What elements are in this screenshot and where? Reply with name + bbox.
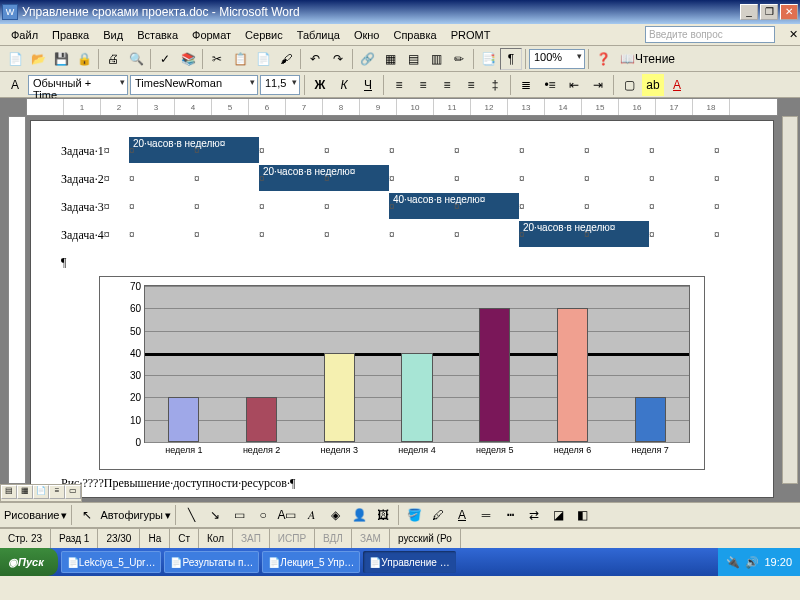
textbox-icon[interactable]: A▭ bbox=[276, 504, 298, 526]
web-view-icon[interactable]: ▦ bbox=[17, 485, 33, 499]
fontsize-combo[interactable]: 11,5 bbox=[260, 75, 300, 95]
status-lang[interactable]: русский (Ро bbox=[390, 529, 461, 548]
close-button[interactable]: ✕ bbox=[780, 4, 798, 20]
bold-icon[interactable]: Ж bbox=[309, 74, 331, 96]
font-combo[interactable]: TimesNewRoman bbox=[130, 75, 258, 95]
menu-edit[interactable]: Правка bbox=[45, 27, 96, 43]
border-icon[interactable]: ▢ bbox=[618, 74, 640, 96]
indent-icon[interactable]: ⇥ bbox=[587, 74, 609, 96]
reading-mode-button[interactable]: 📖 Чтение bbox=[615, 48, 680, 70]
menu-table[interactable]: Таблица bbox=[290, 27, 347, 43]
picture-icon[interactable]: 🖼 bbox=[372, 504, 394, 526]
style-combo[interactable]: Обычный + Time bbox=[28, 75, 128, 95]
menu-window[interactable]: Окно bbox=[347, 27, 387, 43]
reading-view-icon[interactable]: ▭ bbox=[65, 485, 81, 499]
research-icon[interactable]: 📚 bbox=[177, 48, 199, 70]
help-search-input[interactable] bbox=[645, 26, 775, 43]
new-doc-icon[interactable]: 📄 bbox=[4, 48, 26, 70]
font-color2-icon[interactable]: A bbox=[451, 504, 473, 526]
drawing-icon[interactable]: ✏ bbox=[448, 48, 470, 70]
font-color-icon[interactable]: A bbox=[666, 74, 688, 96]
rectangle-icon[interactable]: ▭ bbox=[228, 504, 250, 526]
wordart-icon[interactable]: 𝐴 bbox=[300, 504, 322, 526]
columns-icon[interactable]: ▥ bbox=[425, 48, 447, 70]
system-tray[interactable]: 🔌 🔊 19:20 bbox=[718, 548, 800, 576]
align-right-icon[interactable]: ≡ bbox=[436, 74, 458, 96]
clipart-icon[interactable]: 👤 bbox=[348, 504, 370, 526]
copy-icon[interactable]: 📋 bbox=[229, 48, 251, 70]
align-center-icon[interactable]: ≡ bbox=[412, 74, 434, 96]
print-view-icon[interactable]: 📄 bbox=[33, 485, 49, 499]
shadow-icon[interactable]: ◪ bbox=[547, 504, 569, 526]
print-icon[interactable]: 🖨 bbox=[102, 48, 124, 70]
line-style-icon[interactable]: ═ bbox=[475, 504, 497, 526]
menu-format[interactable]: Формат bbox=[185, 27, 238, 43]
menu-view[interactable]: Вид bbox=[96, 27, 130, 43]
status-ovr[interactable]: ЗАМ bbox=[352, 529, 390, 548]
arrow-icon[interactable]: ↘ bbox=[204, 504, 226, 526]
minimize-button[interactable]: _ bbox=[740, 4, 758, 20]
taskbar-item[interactable]: 📄Лекция_5 Упр… bbox=[262, 551, 360, 573]
maximize-button[interactable]: ❐ bbox=[760, 4, 778, 20]
menu-insert[interactable]: Вставка bbox=[130, 27, 185, 43]
start-button[interactable]: ◉ Пуск bbox=[0, 548, 58, 576]
taskbar-item[interactable]: 📄Результаты п… bbox=[164, 551, 259, 573]
draw-menu[interactable]: Рисование bbox=[4, 509, 59, 521]
outline-view-icon[interactable]: ≡ bbox=[49, 485, 65, 499]
excel-icon[interactable]: ▤ bbox=[402, 48, 424, 70]
styles-icon[interactable]: A bbox=[4, 74, 26, 96]
oval-icon[interactable]: ○ bbox=[252, 504, 274, 526]
doc-close-button[interactable]: ✕ bbox=[789, 28, 798, 41]
numbered-list-icon[interactable]: ≣ bbox=[515, 74, 537, 96]
menu-tools[interactable]: Сервис bbox=[238, 27, 290, 43]
redo-icon[interactable]: ↷ bbox=[327, 48, 349, 70]
horizontal-ruler[interactable]: 123456789101112131415161718 bbox=[26, 98, 778, 116]
cut-icon[interactable]: ✂ bbox=[206, 48, 228, 70]
save-icon[interactable]: 💾 bbox=[50, 48, 72, 70]
bullet-list-icon[interactable]: •≡ bbox=[539, 74, 561, 96]
line-spacing-icon[interactable]: ‡ bbox=[484, 74, 506, 96]
preview-icon[interactable]: 🔍 bbox=[125, 48, 147, 70]
outdent-icon[interactable]: ⇤ bbox=[563, 74, 585, 96]
vertical-ruler[interactable] bbox=[8, 116, 26, 484]
document-page[interactable]: Задача·1¤20·часов·в неделю¤¤¤¤¤¤¤¤¤¤¤Зад… bbox=[30, 120, 774, 498]
highlight-icon[interactable]: ab bbox=[642, 74, 664, 96]
3d-icon[interactable]: ◧ bbox=[571, 504, 593, 526]
undo-icon[interactable]: ↶ bbox=[304, 48, 326, 70]
line-icon[interactable]: ╲ bbox=[180, 504, 202, 526]
autoshapes-menu[interactable]: Автофигуры bbox=[100, 509, 163, 521]
taskbar-item[interactable]: 📄Lekciya_5_Upr… bbox=[61, 551, 162, 573]
spellcheck-icon[interactable]: ✓ bbox=[154, 48, 176, 70]
paste-icon[interactable]: 📄 bbox=[252, 48, 274, 70]
fill-color-icon[interactable]: 🪣 bbox=[403, 504, 425, 526]
hyperlink-icon[interactable]: 🔗 bbox=[356, 48, 378, 70]
format-painter-icon[interactable]: 🖌 bbox=[275, 48, 297, 70]
show-marks-icon[interactable]: ¶ bbox=[500, 48, 522, 70]
line-color-icon[interactable]: 🖊 bbox=[427, 504, 449, 526]
dash-style-icon[interactable]: ┅ bbox=[499, 504, 521, 526]
vertical-scrollbar[interactable] bbox=[782, 116, 798, 484]
align-justify-icon[interactable]: ≡ bbox=[460, 74, 482, 96]
zoom-combo[interactable]: 100% bbox=[529, 49, 585, 69]
status-ext[interactable]: ВДЛ bbox=[315, 529, 352, 548]
docmap-icon[interactable]: 📑 bbox=[477, 48, 499, 70]
menu-help[interactable]: Справка bbox=[386, 27, 443, 43]
table-icon[interactable]: ▦ bbox=[379, 48, 401, 70]
help-icon[interactable]: ❓ bbox=[592, 48, 614, 70]
menu-promt[interactable]: PROMT bbox=[444, 27, 498, 43]
menu-file[interactable]: Файл bbox=[4, 27, 45, 43]
tray-clock[interactable]: 19:20 bbox=[764, 556, 792, 568]
arrow-style-icon[interactable]: ⇄ bbox=[523, 504, 545, 526]
tray-icon[interactable]: 🔌 bbox=[726, 556, 740, 569]
permission-icon[interactable]: 🔒 bbox=[73, 48, 95, 70]
italic-icon[interactable]: К bbox=[333, 74, 355, 96]
select-icon[interactable]: ↖ bbox=[76, 504, 98, 526]
tray-icon[interactable]: 🔊 bbox=[745, 556, 759, 569]
status-rec[interactable]: ЗАП bbox=[233, 529, 270, 548]
taskbar-item-active[interactable]: 📄Управление … bbox=[363, 551, 455, 573]
normal-view-icon[interactable]: ▤ bbox=[1, 485, 17, 499]
status-trk[interactable]: ИСПР bbox=[270, 529, 315, 548]
align-left-icon[interactable]: ≡ bbox=[388, 74, 410, 96]
open-icon[interactable]: 📂 bbox=[27, 48, 49, 70]
diagram-icon[interactable]: ◈ bbox=[324, 504, 346, 526]
